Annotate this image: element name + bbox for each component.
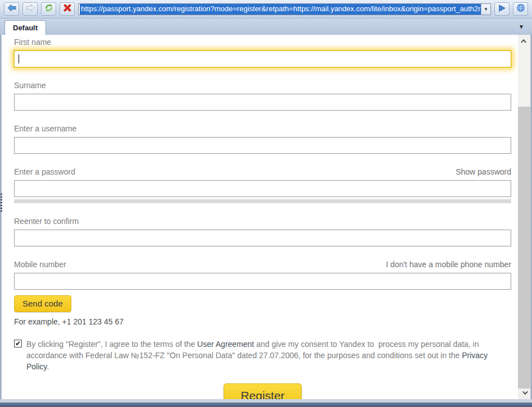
tab-default[interactable]: Default	[4, 20, 46, 35]
splitter-grip[interactable]	[1, 194, 2, 212]
chevron-up-icon	[521, 39, 526, 45]
no-mobile-link[interactable]: I don't have a mobile phone number	[386, 260, 511, 269]
username-label: Enter a username	[14, 124, 76, 133]
user-agreement-link[interactable]: User Agreement	[197, 340, 254, 349]
address-dropdown-button[interactable]: ▼	[481, 4, 490, 15]
field-mobile: Mobile number I don't have a mobile phon…	[14, 260, 511, 290]
field-surname: Surname	[14, 81, 511, 111]
scrollbar-up-button[interactable]	[518, 35, 530, 48]
forward-button[interactable]	[22, 2, 38, 16]
mobile-input[interactable]	[14, 273, 511, 290]
agreement-text-part: By clicking "Register", I agree to the t…	[26, 340, 197, 349]
tab-bar: Default ▼	[0, 19, 532, 35]
password-confirm-input[interactable]	[14, 230, 511, 246]
chevron-down-icon	[522, 389, 528, 395]
surname-label: Surname	[14, 81, 46, 90]
scrollbar-down-button[interactable]	[518, 386, 530, 399]
password-strength-meter	[14, 199, 511, 203]
checkmark-icon: ✔	[15, 340, 21, 347]
address-bar[interactable]: https://passport.yandex.com/registration…	[78, 3, 491, 15]
tab-default-label: Default	[13, 24, 38, 32]
send-code-button[interactable]: Send code	[14, 295, 71, 312]
browser-window: https://passport.yandex.com/registration…	[0, 0, 532, 407]
page-content: First name Surname Enter a username	[2, 35, 530, 399]
back-icon	[7, 4, 16, 14]
go-icon	[498, 4, 506, 15]
agreement-row: ✔ By clicking "Register", I agree to the…	[14, 339, 511, 372]
register-button[interactable]: Register	[224, 383, 301, 399]
password-input[interactable]	[14, 180, 511, 197]
refresh-button[interactable]	[41, 2, 56, 16]
chevron-down-icon: ▼	[484, 7, 488, 12]
stop-icon	[63, 3, 72, 15]
username-input[interactable]	[14, 137, 511, 154]
field-first-name: First name	[14, 38, 511, 67]
field-username: Enter a username	[14, 124, 511, 154]
register-button-row: Register	[14, 383, 511, 399]
scrollbar-thumb[interactable]	[518, 107, 530, 388]
globe-icon	[516, 3, 525, 15]
stop-button[interactable]	[60, 2, 75, 16]
field-password-confirm: Reenter to confirm	[14, 217, 511, 246]
vertical-scrollbar[interactable]	[518, 35, 530, 399]
agreement-text-part: .	[47, 362, 49, 371]
first-name-input[interactable]	[14, 51, 511, 67]
registration-form: First name Surname Enter a username	[2, 35, 518, 399]
agreement-text: By clicking "Register", I agree to the t…	[26, 339, 511, 372]
back-button[interactable]	[4, 2, 19, 16]
tab-overflow-button[interactable]: ▼	[519, 24, 524, 30]
address-url-selected-text[interactable]: https://passport.yandex.com/registration…	[80, 3, 481, 15]
surname-input[interactable]	[14, 94, 511, 111]
home-button[interactable]	[513, 2, 528, 16]
text-caret	[19, 54, 19, 63]
browser-toolbar: https://passport.yandex.com/registration…	[0, 0, 532, 19]
phone-example-text: For example, +1 201 123 45 67	[14, 317, 511, 326]
agreement-checkbox[interactable]: ✔	[14, 340, 22, 347]
window-frame-bottom	[0, 403, 532, 407]
password-label: Enter a password	[14, 167, 75, 176]
go-button[interactable]	[494, 2, 510, 16]
forward-icon	[26, 4, 35, 14]
mobile-label: Mobile number	[14, 260, 66, 269]
refresh-icon	[44, 3, 53, 15]
first-name-label: First name	[14, 38, 51, 47]
chevron-down-icon: ▼	[519, 24, 524, 30]
password-confirm-label: Reenter to confirm	[14, 217, 79, 226]
field-password: Enter a password Show password	[14, 167, 511, 203]
show-password-link[interactable]: Show password	[456, 167, 511, 176]
